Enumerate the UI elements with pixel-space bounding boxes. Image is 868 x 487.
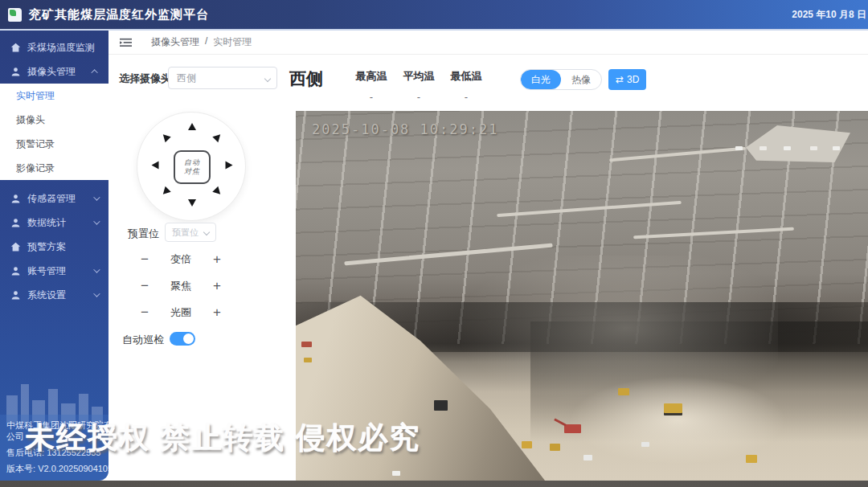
sidebar-item-system-settings[interactable]: 系统设置 xyxy=(0,283,108,307)
collapse-menu-icon[interactable] xyxy=(120,38,132,47)
ptz-left-arrow[interactable] xyxy=(152,162,159,170)
preset-position-dropdown[interactable]: 预置位 xyxy=(165,223,216,242)
car-white xyxy=(641,442,649,447)
car-white xyxy=(392,471,400,476)
app-title: 兖矿其能煤层温度红外监测平台 xyxy=(29,7,209,23)
camera-select-label: 选择摄像头: xyxy=(119,72,174,86)
zoom-control-row: − 变倍 + xyxy=(137,252,225,268)
sidebar-nav: 采煤场温度监测 摄像头管理 实时管理 摄像头 预警记录 影像记录 传感器管理 数… xyxy=(0,31,108,481)
mine-truck-yellow xyxy=(550,444,560,451)
chevron-down-icon xyxy=(203,229,210,235)
iris-minus-button[interactable]: − xyxy=(137,305,153,320)
thermal-mode-button[interactable]: 热像 xyxy=(561,70,601,89)
view-3d-label: 3D xyxy=(627,74,639,85)
sidebar-item-account-management[interactable]: 账号管理 xyxy=(0,259,108,283)
version-label: 版本号: xyxy=(6,464,35,473)
app-window: 兖矿其能煤层温度红外监测平台 2025 年10 月8 日 采煤场温度监测 摄像头… xyxy=(0,0,868,487)
sidebar-item-sensor-management[interactable]: 传感器管理 xyxy=(0,186,108,211)
car-white xyxy=(583,455,592,460)
auto-focus-button[interactable]: 自动 对焦 xyxy=(174,150,211,184)
header-date: 2025 年10 月8 日 xyxy=(792,0,866,29)
view-3d-button[interactable]: ⇄ 3D xyxy=(608,69,646,90)
ptz-up-left-arrow[interactable] xyxy=(160,132,170,142)
mine-truck-dark xyxy=(434,400,448,411)
sidebar-item-data-statistics[interactable]: 数据统计 xyxy=(0,211,108,235)
auto-focus-label-line2: 对焦 xyxy=(184,167,200,176)
camera-select-dropdown[interactable]: 西侧 xyxy=(168,67,277,89)
sidebar-item-alert-plan[interactable]: 预警方案 xyxy=(0,235,108,259)
scene-dust-haze xyxy=(440,256,778,416)
stat-label: 最高温 xyxy=(349,69,394,84)
auto-patrol-label: 自动巡检 xyxy=(122,333,164,347)
stat-value: - xyxy=(396,91,441,103)
camera-manage-icon xyxy=(10,67,21,77)
camera-title: 西侧 xyxy=(289,68,323,90)
iris-plus-button[interactable]: + xyxy=(209,305,225,320)
version-number: V2.0.202509041057 xyxy=(38,464,108,473)
stat-min-temp: 最低温 - xyxy=(444,69,489,103)
ptz-right-arrow[interactable] xyxy=(226,162,233,170)
ptz-up-right-arrow[interactable] xyxy=(212,132,223,142)
white-light-mode-button[interactable]: 白光 xyxy=(521,70,561,89)
sidebar-item-label: 摄像头管理 xyxy=(27,65,76,79)
version-row: 版本号: V2.0.202509041057 xyxy=(6,463,102,474)
video-timestamp-overlay: 2025-10-08 10:29:21 xyxy=(312,121,498,137)
ptz-down-left-arrow[interactable] xyxy=(160,186,170,197)
ptz-down-arrow[interactable] xyxy=(188,199,196,207)
chevron-down-icon xyxy=(93,290,100,297)
chevron-down-icon xyxy=(264,76,271,82)
sidebar-subitem-cameras[interactable]: 摄像头 xyxy=(0,108,108,132)
breadcrumb-current: 实时管理 xyxy=(213,35,252,49)
sidebar-item-label: 系统设置 xyxy=(27,289,66,302)
light-mode-toggle: 白光 热像 xyxy=(520,69,602,90)
auto-patrol-toggle[interactable] xyxy=(170,332,195,346)
account-manage-icon xyxy=(10,266,21,276)
sidebar-item-label: 账号管理 xyxy=(27,264,66,278)
mine-truck-yellow xyxy=(746,455,757,463)
iris-control-row: − 光圈 + xyxy=(137,305,225,321)
breadcrumb-section[interactable]: 摄像头管理 xyxy=(151,35,199,49)
mine-truck-yellow xyxy=(304,358,312,362)
excavator-red xyxy=(564,424,581,433)
mine-truck-yellow xyxy=(522,441,532,448)
sidebar-item-label: 数据统计 xyxy=(27,216,66,230)
app-logo-icon xyxy=(8,8,22,22)
mine-machine-red xyxy=(301,342,312,347)
mine-truck-white xyxy=(810,146,817,150)
swap-icon: ⇄ xyxy=(616,74,624,85)
sidebar-item-label: 传感器管理 xyxy=(27,192,76,206)
sidebar-subitem-alert-records[interactable]: 预警记录 xyxy=(0,132,108,156)
stat-value: - xyxy=(444,91,489,103)
ptz-down-right-arrow[interactable] xyxy=(212,186,223,197)
focus-plus-button[interactable]: + xyxy=(209,279,225,293)
system-settings-icon xyxy=(10,290,21,301)
screen-edge-strip xyxy=(0,481,868,487)
zoom-minus-button[interactable]: − xyxy=(137,252,153,267)
mine-truck-white xyxy=(735,146,743,150)
zoom-plus-button[interactable]: + xyxy=(209,252,225,267)
auto-focus-label-line1: 自动 xyxy=(184,158,200,167)
sidebar-item-coal-yard-temp-monitor[interactable]: 采煤场温度监测 xyxy=(0,35,108,59)
sidebar-subitem-video-records[interactable]: 影像记录 xyxy=(0,156,108,180)
data-stats-icon xyxy=(10,218,21,228)
ptz-control-wheel: 自动 对焦 xyxy=(137,112,246,221)
excavator-yellow xyxy=(664,403,682,413)
sensor-manage-icon xyxy=(10,194,21,204)
mine-truck-yellow xyxy=(618,388,629,395)
camera-select-value: 西侧 xyxy=(177,72,196,84)
stat-max-temp: 最高温 - xyxy=(349,69,394,103)
stat-label: 平均温 xyxy=(396,69,441,84)
header-divider xyxy=(0,29,868,31)
breadcrumb-separator: / xyxy=(205,35,207,49)
sidebar-item-camera-management[interactable]: 摄像头管理 xyxy=(0,59,108,84)
sidebar-submenu-camera: 实时管理 摄像头 预警记录 影像记录 xyxy=(0,84,108,180)
ptz-up-arrow[interactable] xyxy=(188,123,196,130)
iris-label: 光圈 xyxy=(170,305,191,320)
sidebar-gap xyxy=(0,180,108,186)
breadcrumb-bar: 摄像头管理 / 实时管理 xyxy=(108,31,868,55)
focus-minus-button[interactable]: − xyxy=(137,279,153,293)
alert-plan-icon xyxy=(10,242,21,252)
stat-avg-temp: 平均温 - xyxy=(396,69,441,103)
sidebar-subitem-realtime-management[interactable]: 实时管理 xyxy=(0,84,108,108)
focus-label: 聚焦 xyxy=(170,279,191,293)
